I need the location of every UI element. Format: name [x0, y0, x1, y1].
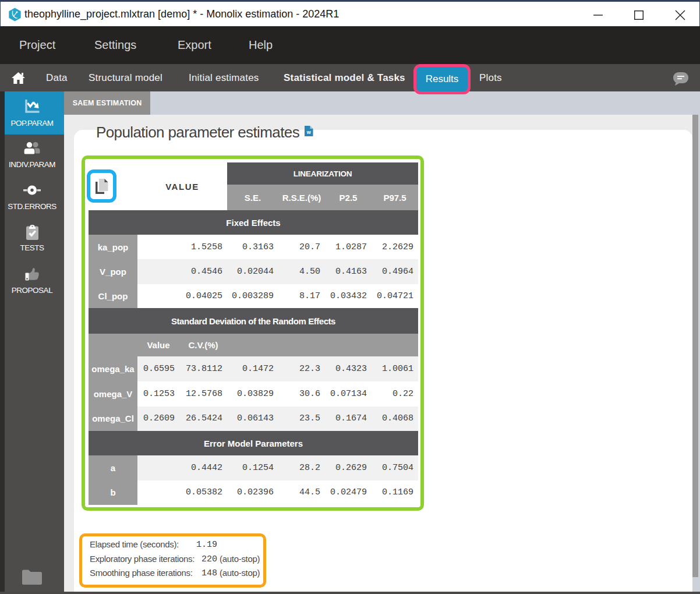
- svg-text:w: w: [306, 129, 312, 135]
